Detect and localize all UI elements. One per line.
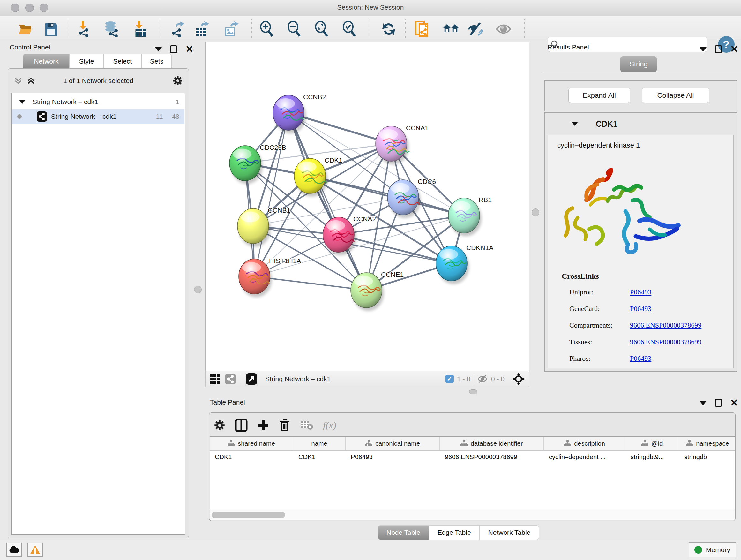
table-panel-tabs: Node Table Edge Table Network Table	[378, 525, 539, 540]
node-CCNA1[interactable]	[376, 126, 409, 165]
birds-eye-grid-icon[interactable]	[209, 374, 220, 384]
warnings-button[interactable]	[27, 543, 43, 557]
column-header-3[interactable]: database identifier	[440, 437, 544, 450]
results-panel-float-icon[interactable]	[715, 45, 722, 53]
export-image-icon[interactable]	[223, 21, 239, 37]
memory-status-button[interactable]: Memory	[689, 543, 736, 557]
fit-content-crosshair-icon[interactable]	[512, 373, 525, 385]
results-panel-collapse-icon[interactable]	[699, 47, 706, 51]
import-table-icon[interactable]	[132, 21, 149, 37]
zoom-out-icon[interactable]	[286, 21, 302, 37]
open-session-icon[interactable]	[17, 21, 34, 37]
tab-sets[interactable]: Sets	[142, 54, 172, 69]
column-header-4[interactable]: description	[544, 437, 625, 450]
crosslink-compartments-link[interactable]: 9606.ENSP00000378699	[630, 321, 701, 329]
column-header-1[interactable]: name	[293, 437, 346, 450]
results-panel-close-icon[interactable]: ✕	[730, 46, 738, 53]
network-list-options-gear-icon[interactable]	[173, 76, 183, 86]
network-row-selected[interactable]: String Network – cdk1 11 48	[12, 109, 185, 124]
expand-all-icon[interactable]	[26, 76, 36, 85]
open-in-window-icon[interactable]	[246, 373, 258, 385]
cloud-status-button[interactable]	[6, 543, 22, 557]
right-splitter-handle[interactable]	[532, 208, 539, 216]
table-panel-controls: ✕	[699, 399, 738, 407]
save-session-icon[interactable]	[43, 21, 59, 37]
node-RB1[interactable]	[448, 198, 482, 236]
zoom-in-icon[interactable]	[259, 21, 275, 37]
tab-node-table[interactable]: Node Table	[378, 525, 429, 540]
expand-all-button[interactable]: Expand All	[568, 88, 630, 103]
table-panel-collapse-icon[interactable]	[699, 401, 706, 405]
apply-layout-icon[interactable]	[381, 21, 397, 37]
column-type-icon	[642, 440, 649, 447]
zoom-fit-icon[interactable]	[313, 21, 330, 37]
import-network-file-icon[interactable]	[75, 21, 91, 37]
crosslink-genecard-link[interactable]: P06493	[630, 305, 651, 313]
crosslinks-title: CrossLinks	[562, 272, 599, 281]
network-type-share-icon[interactable]	[225, 373, 236, 385]
tab-string[interactable]: String	[620, 56, 657, 72]
network-collection-row[interactable]: String Network – cdk1 1	[12, 95, 185, 109]
show-columns-icon[interactable]	[235, 419, 248, 432]
tab-network-table[interactable]: Network Table	[480, 525, 539, 540]
node-CDC25B[interactable]	[229, 145, 263, 184]
network-graph[interactable]: CCNB2CCNA1CDC25BCDK1CDC6RB1CCNB1CCNA2CDK…	[205, 42, 529, 371]
import-network-database-icon[interactable]	[104, 21, 120, 37]
crosslink-tissues-link[interactable]: 9606.ENSP00000378699	[630, 338, 701, 346]
tab-style[interactable]: Style	[70, 54, 104, 69]
node-CDC6[interactable]	[387, 180, 421, 218]
create-column-plus-icon[interactable]	[257, 419, 269, 431]
control-panel-close-icon[interactable]: ✕	[185, 46, 193, 53]
node-CCNE1[interactable]	[351, 273, 384, 311]
scrollbar-thumb[interactable]	[212, 512, 285, 518]
selected-checkbox-icon[interactable]: ✓	[446, 375, 454, 383]
collection-expand-icon[interactable]	[19, 100, 25, 104]
hide-show-graphics-icon[interactable]	[467, 21, 484, 37]
collapse-all-button[interactable]: Collapse All	[642, 88, 710, 103]
control-panel-float-icon[interactable]	[170, 45, 177, 53]
gene-section-header[interactable]: CDK1	[545, 113, 737, 135]
node-CCNB2[interactable]	[273, 95, 306, 133]
gene-collapse-icon[interactable]	[571, 122, 578, 126]
function-builder-icon[interactable]: f(x)	[323, 420, 336, 431]
tab-network[interactable]: Network	[23, 54, 70, 69]
column-header-2[interactable]: canonical name	[346, 437, 440, 450]
column-header-5[interactable]: @id	[625, 437, 679, 450]
table-panel-box: f(x) shared namenamecanonical namedataba…	[209, 413, 736, 521]
table-options-gear-icon[interactable]	[214, 420, 225, 431]
zoom-selected-icon[interactable]	[341, 21, 358, 37]
crosslink-uniprot-link[interactable]: P06493	[630, 288, 651, 296]
tab-select[interactable]: Select	[104, 54, 142, 69]
control-panel-collapse-icon[interactable]	[155, 47, 162, 51]
node-CDK1[interactable]	[294, 159, 327, 197]
column-header-6[interactable]: namespace	[679, 437, 735, 450]
export-network-icon[interactable]	[169, 21, 186, 37]
crosslink-label: Tissues:	[569, 338, 630, 346]
annotation-documents-icon[interactable]	[414, 21, 431, 37]
application-window: Session: New Session	[0, 0, 741, 560]
control-panel-controls: ✕	[155, 45, 193, 53]
home-networks-icon[interactable]	[443, 21, 459, 37]
table-cell: CDK1	[293, 451, 346, 465]
delete-table-icon[interactable]	[300, 420, 313, 431]
delete-column-trash-icon[interactable]	[279, 419, 290, 432]
node-CDKN1A[interactable]	[436, 246, 469, 284]
export-table-icon[interactable]	[194, 21, 210, 37]
tab-edge-table[interactable]: Edge Table	[429, 525, 480, 540]
edge-CCNB2-HIST1H1A[interactable]	[254, 113, 288, 276]
column-type-icon	[365, 440, 372, 447]
show-graphics-details-icon[interactable]	[495, 21, 512, 37]
table-panel-float-icon[interactable]	[715, 399, 722, 407]
table-horizontal-scrollbar[interactable]	[210, 509, 735, 520]
crosslink-pharos-link[interactable]: P06493	[630, 354, 651, 363]
left-splitter-handle[interactable]	[194, 286, 202, 294]
edge-CDK1-RB1[interactable]	[310, 176, 464, 215]
table-row[interactable]: CDK1CDK1P064939606.ENSP00000378699cyclin…	[210, 451, 735, 465]
column-header-0[interactable]: shared name	[210, 437, 293, 450]
selected-nodes-edges-count: 1 - 0	[457, 375, 470, 383]
collapse-all-icon[interactable]	[14, 76, 23, 85]
horizontal-splitter-handle[interactable]	[469, 389, 477, 394]
status-bar: Memory	[0, 540, 741, 560]
network-view-canvas[interactable]: CCNB2CCNA1CDC25BCDK1CDC6RB1CCNB1CCNA2CDK…	[205, 42, 529, 371]
table-panel-close-icon[interactable]: ✕	[730, 399, 738, 407]
